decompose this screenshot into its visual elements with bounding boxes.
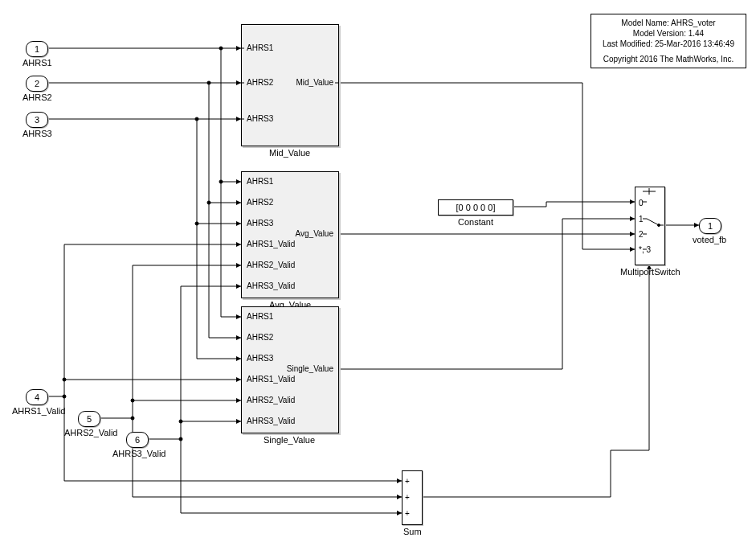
constant-value: [0 0 0 0 0] [456,203,496,212]
sng-in6: AHRS3_Valid [247,417,295,425]
sum-op2: + [405,493,410,502]
avg-in3: AHRS3 [247,219,273,228]
model-info-box: Model Name: AHRS_voter Model Version: 1.… [590,14,746,68]
avg-in1: AHRS1 [247,177,273,186]
inport-1-label: AHRS1 [22,58,52,68]
mid-block-name: Mid_Value [269,148,310,158]
sum-op1: + [405,477,410,486]
sum-name: Sum [403,527,422,536]
avg-in5: AHRS2_Valid [247,261,295,269]
inport-2-label: AHRS2 [22,92,52,102]
avg-in4: AHRS1_Valid [247,240,295,248]
single-block-name: Single_Value [264,435,315,445]
block-sum[interactable]: + + + [402,470,423,525]
sng-in3: AHRS3 [247,354,273,363]
sng-in4: AHRS1_Valid [247,375,295,384]
sng-in1: AHRS1 [247,312,273,321]
sng-out: Single_Value [287,364,333,373]
inport-4-label: AHRS1_Valid [12,406,65,416]
inport-2[interactable]: 2 [26,76,48,92]
sw-lbl-2: 2 [639,230,644,239]
info-l1: Model Name: AHRS_voter [596,18,741,28]
inport-3-label: AHRS3 [22,129,52,138]
outport-1-label: voted_fb [693,235,726,244]
inport-6[interactable]: 6 [126,432,149,448]
block-constant[interactable]: [0 0 0 0 0] [438,199,513,216]
info-l2: Model Version: 1.44 [596,28,741,39]
inport-5-label: AHRS2_Valid [64,428,117,437]
sum-op3: + [405,509,410,518]
sw-lbl-3: *, 3 [639,245,651,254]
info-l4: Copyright 2016 The MathWorks, Inc. [596,54,741,64]
block-avg-value[interactable]: AHRS1 AHRS2 AHRS3 AHRS1_Valid AHRS2_Vali… [241,171,339,298]
inport-1[interactable]: 1 [26,41,48,57]
block-multiport-switch[interactable]: 0 1 2 *, 3 [635,187,665,265]
inport-3[interactable]: 3 [26,112,48,128]
sng-in2: AHRS2 [247,333,273,342]
mid-out: Mid_Value [296,78,333,87]
mid-in3: AHRS3 [247,114,273,123]
sng-in5: AHRS2_Valid [247,396,295,404]
sw-lbl-0: 0 [639,199,644,207]
avg-out: Avg_Value [296,229,333,238]
inport-4[interactable]: 4 [26,389,48,405]
mid-in1: AHRS1 [247,43,273,52]
info-l3: Last Modified: 25-Mar-2016 13:46:49 [596,39,741,49]
sw-lbl-1: 1 [639,215,644,224]
switch-name: MultiportSwitch [620,267,680,277]
block-single-value[interactable]: AHRS1 AHRS2 AHRS3 AHRS1_Valid AHRS2_Vali… [241,306,339,433]
block-mid-value[interactable]: AHRS1 AHRS2 AHRS3 Mid_Value [241,24,339,146]
inport-6-label: AHRS3_Valid [112,449,166,458]
mid-in2: AHRS2 [247,78,273,87]
avg-in6: AHRS3_Valid [247,281,295,290]
avg-in2: AHRS2 [247,198,273,207]
inport-5[interactable]: 5 [78,411,100,427]
outport-1[interactable]: 1 [699,218,721,234]
constant-name: Constant [458,217,493,227]
